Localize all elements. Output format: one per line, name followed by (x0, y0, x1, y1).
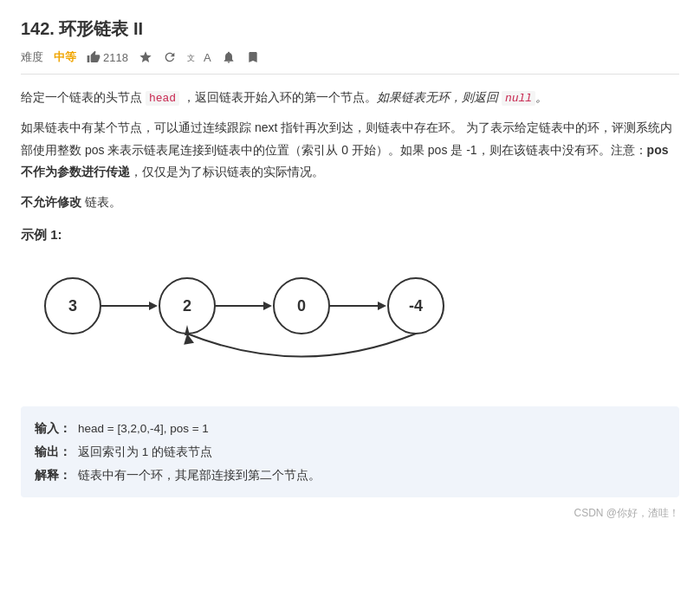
code-null: null (502, 91, 535, 106)
input-value: head = [3,2,0,-4], pos = 1 (78, 417, 209, 440)
output-value: 返回索引为 1 的链表节点 (78, 440, 212, 464)
page-title: 142. 环形链表 II (21, 17, 679, 41)
svg-text:文: 文 (187, 54, 195, 62)
svg-text:2: 2 (183, 297, 191, 315)
example-box: 输入： head = [3,2,0,-4], pos = 1 输出： 返回索引为… (21, 406, 679, 497)
desc-line2: 如果链表中有某个节点，可以通过连续跟踪 next 指针再次到达，则链表中存在环。… (21, 117, 679, 183)
svg-marker-4 (149, 302, 158, 310)
watermark: CSDN @你好，渣哇！ (21, 506, 679, 521)
description: 给定一个链表的头节点 head ，返回链表开始入环的第一个节点。如果链表无环，则… (21, 87, 679, 213)
code-head: head (146, 91, 179, 106)
input-key: 输入： (35, 417, 71, 440)
refresh-icon[interactable] (163, 50, 177, 64)
linked-list-diagram: 3 2 0 -4 (21, 254, 610, 393)
diagram-wrapper: 3 2 0 -4 (21, 254, 679, 393)
explain-line: 解释： 链表中有一个环，其尾部连接到第二个节点。 (35, 464, 665, 487)
like-icon[interactable]: 2118 (87, 50, 128, 64)
bell-icon[interactable] (222, 50, 236, 64)
svg-text:3: 3 (68, 297, 77, 315)
bookmark-icon[interactable] (246, 50, 260, 64)
example-label: 示例 1: (21, 227, 679, 243)
input-line: 输入： head = [3,2,0,-4], pos = 1 (35, 417, 665, 440)
difficulty-label: 难度 (21, 49, 43, 65)
output-line: 输出： 返回索引为 1 的链表节点 (35, 440, 665, 464)
svg-marker-12 (378, 302, 386, 310)
explain-value: 链表中有一个环，其尾部连接到第二个节点。 (78, 464, 321, 487)
translate-icon[interactable]: 文 A (187, 50, 211, 64)
like-count: 2118 (103, 51, 128, 64)
difficulty-value: 中等 (54, 49, 76, 65)
svg-text:0: 0 (297, 297, 306, 315)
explain-key: 解释： (35, 464, 71, 487)
meta-bar: 难度 中等 2118 文 A (21, 49, 679, 75)
output-key: 输出： (35, 440, 71, 464)
svg-text:-4: -4 (409, 297, 423, 315)
star-icon[interactable] (139, 50, 152, 64)
desc-line3: 不允许修改 链表。 (21, 191, 679, 213)
svg-marker-8 (263, 302, 272, 310)
desc-line1: 给定一个链表的头节点 head ，返回链表开始入环的第一个节点。如果链表无环，则… (21, 87, 679, 108)
